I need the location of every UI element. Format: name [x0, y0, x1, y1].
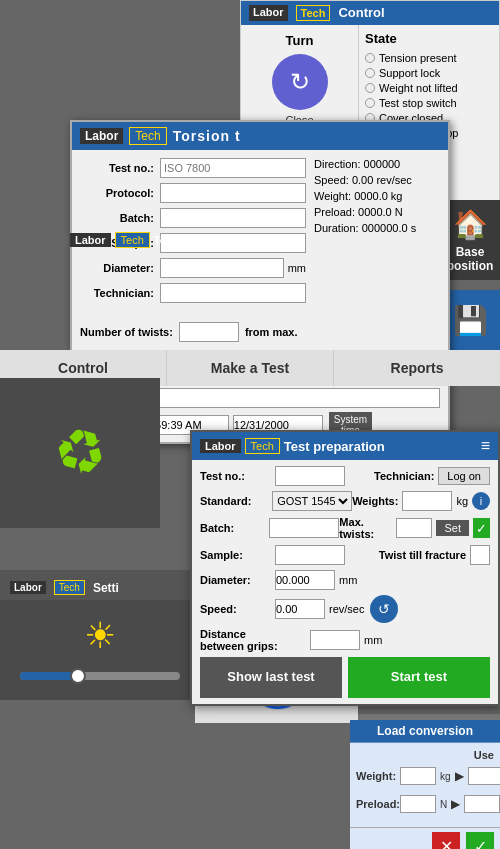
lcp-weight-label: Weight:: [356, 770, 396, 782]
torsion-preload-label: Preload:: [314, 206, 355, 218]
torsion-technician-row: Technician:: [80, 283, 306, 303]
test-prep-diameter-input[interactable]: [275, 570, 335, 590]
brightness-slider-thumb[interactable]: [70, 668, 86, 684]
load-conversion-footer: ✕ ✓: [350, 827, 500, 849]
torsion-twists-from: from max.: [245, 326, 298, 338]
lcp-preload-from-unit: N: [440, 799, 447, 810]
torsion-diameter-input[interactable]: [160, 258, 284, 278]
log-on-button[interactable]: Log on: [438, 467, 490, 485]
lcp-preload-arrow: ▶: [451, 797, 460, 811]
test-prep-distance-unit: mm: [364, 634, 382, 646]
load-conversion-cancel-button[interactable]: ✕: [432, 832, 460, 849]
test-preparation-dialog: Labor Tech Test preparation ≡ Test no.: …: [190, 430, 500, 706]
state-dot-weight: [365, 83, 375, 93]
test-prep-tech-logo: Tech: [245, 438, 280, 454]
test-prep-speed-input[interactable]: [275, 599, 325, 619]
torsion-diameter-unit: mm: [288, 262, 306, 274]
torsion-direction-label: Direction:: [314, 158, 360, 170]
settings-icon-area: ☀: [0, 600, 200, 700]
start-test-button[interactable]: Start test: [348, 657, 490, 698]
test-prep-testno-label: Test no.:: [200, 470, 275, 482]
torsion-twists-row: Number of twists: from max.: [80, 322, 440, 342]
lcp-preload-to-input[interactable]: [464, 795, 500, 813]
test-prep-weights-label: Weights:: [352, 495, 398, 507]
test-prep-batch-input[interactable]: [269, 518, 339, 538]
test-prep-batch-row: Batch: Max. twists: Set ✓: [200, 516, 490, 540]
fracture-checkbox[interactable]: [470, 545, 490, 565]
torsion-note-input[interactable]: [114, 388, 440, 408]
torsion-speed-value: 0.00 rev/sec: [352, 174, 412, 186]
torsion-batch-label: Batch:: [80, 212, 160, 224]
test-prep-weights-unit: kg: [456, 495, 468, 507]
recycle-icon: ♻: [46, 417, 114, 489]
torsion-title: Torsion t: [173, 128, 241, 144]
control-icon-panel: ♻: [0, 378, 160, 528]
test-prep-technician-area: Technician: Log on: [374, 467, 490, 485]
nav-reports-label: Reports: [391, 360, 444, 376]
hamburger-menu-icon[interactable]: ≡: [481, 437, 490, 455]
torsion-preload-value: 0000.0 N: [358, 206, 403, 218]
test-prep-speed-row: Speed: rev/sec ↺: [200, 595, 490, 623]
torsion-batch-input[interactable]: [160, 208, 306, 228]
lcp-weight-from-input[interactable]: [400, 767, 436, 785]
save-icon: 💾: [453, 304, 488, 337]
test-prep-diameter-label: Diameter:: [200, 574, 275, 586]
test-prep-weights-input[interactable]: [402, 491, 452, 511]
load-conversion-header: Load conversion: [350, 720, 500, 743]
torsion-direction-row: Direction: 000000: [314, 158, 440, 170]
nav-reports[interactable]: Reports: [334, 350, 500, 386]
state-dot-tension: [365, 53, 375, 63]
torsion-protocol-input[interactable]: [160, 183, 306, 203]
test-prep-speed-unit: rev/sec: [329, 603, 364, 615]
test-prep-maxtwists-label: Max. twists:: [339, 516, 392, 540]
home-icon: 🏠: [453, 208, 488, 241]
torsion-twists-input[interactable]: [179, 322, 239, 342]
torsion-test-no-label: Test no.:: [80, 162, 160, 174]
torsion-duration-label: Duration:: [314, 222, 359, 234]
load-conversion-panel: Load conversion Use Weight: kg ▶ N ✓ Pre…: [350, 720, 500, 849]
test-prep-sample-input[interactable]: [275, 545, 345, 565]
nav-make-test[interactable]: Make a Test: [167, 350, 334, 386]
test-prep-distance-label: Distance between grips:: [200, 628, 310, 652]
settings-labor-logo: Labor: [10, 581, 46, 594]
state-dot-support: [365, 68, 375, 78]
settings-title: Setti: [93, 581, 119, 595]
test-prep-distance-input[interactable]: [310, 630, 360, 650]
load-conversion-ok-button[interactable]: ✓: [466, 832, 494, 849]
test-prep-title: Test preparation: [284, 439, 385, 454]
lcp-weight-arrow: ▶: [455, 769, 464, 783]
lcp-weight-to-input[interactable]: [468, 767, 500, 785]
brightness-icon: ☀: [84, 615, 116, 657]
torsion-diameter-row: Diameter: mm: [80, 258, 306, 278]
test-prep-batch-label: Batch:: [200, 522, 269, 534]
brightness-slider-track[interactable]: [20, 672, 180, 680]
torsion-duration-row: Duration: 000000.0 s: [314, 222, 440, 234]
torsion-duration-value: 000000.0 s: [362, 222, 416, 234]
test-prep-testno-input[interactable]: [275, 466, 345, 486]
nav-control-label: Control: [58, 360, 108, 376]
torsion-speed-label: Speed:: [314, 174, 349, 186]
torsion-tech-logo: Tech: [129, 127, 166, 145]
info-button[interactable]: i: [472, 492, 490, 510]
tech-mini: Tech: [115, 232, 150, 248]
torsion-test-no-input[interactable]: [160, 158, 306, 178]
load-conversion-weight-row: Weight: kg ▶ N ✓: [356, 765, 494, 787]
set-check-button[interactable]: ✓: [473, 518, 490, 538]
turn-clockwise-btn[interactable]: ↻: [272, 54, 328, 110]
state-tension-present: Tension present: [365, 52, 493, 64]
test-prep-maxtwists-input[interactable]: [396, 518, 432, 538]
test-prep-standard-select[interactable]: GOST 1545: [272, 491, 352, 511]
show-last-test-button[interactable]: Show last test: [200, 657, 342, 698]
lcp-weight-from-unit: kg: [440, 771, 451, 782]
test-prep-standard-row: Standard: GOST 1545 Weights: kg i: [200, 491, 490, 511]
speed-reset-button[interactable]: ↺: [370, 595, 398, 623]
torsion-sample-input[interactable]: [160, 233, 306, 253]
control-panel-title: Control: [338, 5, 384, 21]
set-button[interactable]: Set: [436, 520, 469, 536]
test-prep-sample-row: Sample: Twist till fracture: [200, 545, 490, 565]
labor-logo: Labor: [249, 5, 288, 21]
lcp-preload-from-input[interactable]: [400, 795, 436, 813]
torsion-technician-input[interactable]: [160, 283, 306, 303]
load-conversion-body: Use Weight: kg ▶ N ✓ Preload: N ▶ kg ✓: [350, 743, 500, 827]
te-label: Te: [154, 234, 166, 246]
